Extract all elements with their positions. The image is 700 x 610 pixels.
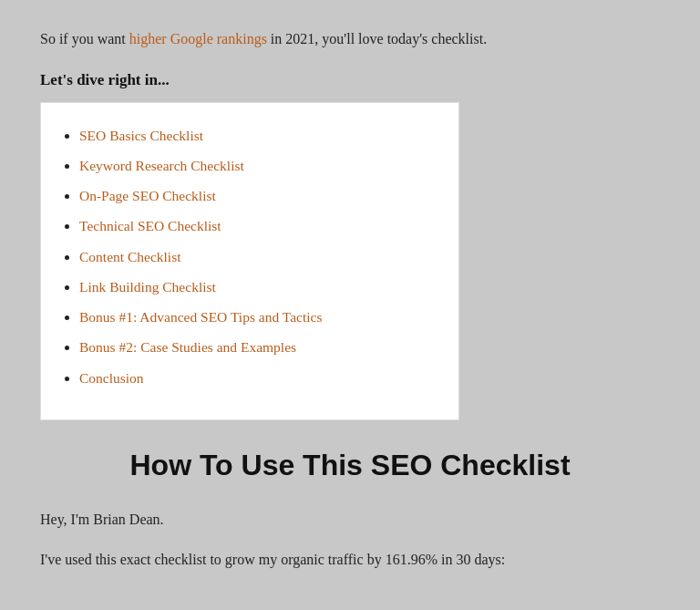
intro-suffix: in 2021, you'll love today's checklist. (267, 31, 487, 47)
toc-item-3: On-Page SEO Checklist (79, 185, 431, 206)
toc-item-8: Bonus #2: Case Studies and Examples (79, 336, 431, 357)
toc-link-5[interactable]: Content Checklist (79, 249, 181, 264)
main-heading: How To Use This SEO Checklist (40, 448, 660, 482)
intro-paragraph: So if you want higher Google rankings in… (40, 27, 660, 51)
table-of-contents: SEO Basics Checklist Keyword Research Ch… (40, 102, 459, 420)
toc-item-4: Technical SEO Checklist (79, 215, 431, 236)
toc-item-6: Link Building Checklist (79, 276, 431, 297)
intro-prefix: So if you want (40, 31, 129, 47)
google-rankings-link[interactable]: higher Google rankings (129, 31, 267, 47)
toc-link-8[interactable]: Bonus #2: Case Studies and Examples (79, 339, 296, 355)
toc-link-2[interactable]: Keyword Research Checklist (79, 158, 244, 173)
page-wrapper: So if you want higher Google rankings in… (0, 0, 700, 598)
toc-link-1[interactable]: SEO Basics Checklist (79, 128, 203, 143)
toc-link-9[interactable]: Conclusion (79, 370, 144, 386)
toc-item-1: SEO Basics Checklist (79, 125, 431, 146)
traffic-paragraph: I've used this exact checklist to grow m… (40, 548, 660, 572)
hey-paragraph: Hey, I'm Brian Dean. (40, 508, 660, 532)
toc-link-7[interactable]: Bonus #1: Advanced SEO Tips and Tactics (79, 309, 322, 325)
toc-item-2: Keyword Research Checklist (79, 155, 431, 176)
dive-in-text: Let's dive right in... (40, 71, 660, 89)
toc-list: SEO Basics Checklist Keyword Research Ch… (59, 125, 431, 388)
toc-link-4[interactable]: Technical SEO Checklist (79, 218, 221, 233)
toc-item-5: Content Checklist (79, 246, 431, 267)
toc-item-9: Conclusion (79, 367, 431, 388)
toc-item-7: Bonus #1: Advanced SEO Tips and Tactics (79, 306, 431, 327)
toc-link-6[interactable]: Link Building Checklist (79, 279, 216, 295)
toc-link-3[interactable]: On-Page SEO Checklist (79, 188, 216, 203)
